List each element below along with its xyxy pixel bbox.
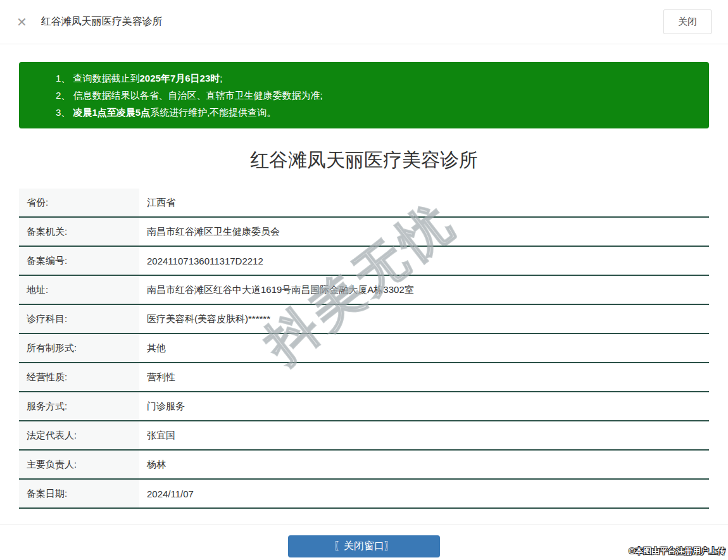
footer: 〖关闭窗口〗 (0, 525, 728, 557)
notice-text: 系统进行维护,不能提供查询。 (150, 107, 276, 118)
notice-bold-text: 2025年7月6日23时 (140, 73, 220, 84)
field-value: 20241107136011317D2212 (139, 247, 709, 275)
notice-line-2: 2、 信息数据结果以各省、自治区、直辖市卫生健康委数据为准; (56, 87, 696, 104)
notice-text: 3、 (56, 107, 73, 118)
notice-line-1: 1、 查询数据截止到2025年7月6日23时; (56, 70, 696, 87)
close-icon[interactable]: ✕ (16, 16, 27, 28)
copyright-watermark: ©本图由平台注册用户上传 (629, 545, 725, 557)
header-close-button[interactable]: 关闭 (663, 9, 712, 34)
field-label: 备案机关: (19, 218, 139, 246)
field-label: 诊疗科目: (19, 305, 139, 333)
table-row: 备案日期: 2024/11/07 (19, 480, 709, 509)
table-row: 省份: 江西省 (19, 189, 709, 218)
field-label: 备案编号: (19, 247, 139, 275)
page-title: 红谷滩凤天丽医疗美容诊所 (19, 147, 709, 173)
field-value: 南昌市红谷滩区卫生健康委员会 (139, 218, 709, 246)
table-row: 备案机关: 南昌市红谷滩区卫生健康委员会 (19, 218, 709, 247)
field-label: 备案日期: (19, 480, 139, 507)
field-value: 2024/11/07 (139, 480, 709, 507)
notice-bold-text: 凌晨1点至凌晨5点 (73, 107, 151, 118)
table-row: 经营性质: 营利性 (19, 363, 709, 392)
field-value: 南昌市红谷滩区红谷中大道1619号南昌国际金融大厦A栋3302室 (139, 276, 709, 304)
field-value: 江西省 (139, 189, 709, 216)
table-row: 备案编号: 20241107136011317D2212 (19, 247, 709, 276)
field-value: 医疗美容科(美容皮肤科)****** (139, 305, 709, 333)
field-label: 省份: (19, 189, 139, 216)
field-label: 地址: (19, 276, 139, 304)
field-value: 杨林 (139, 451, 709, 478)
field-label: 所有制形式: (19, 334, 139, 362)
field-label: 法定代表人: (19, 421, 139, 449)
field-value: 其他 (139, 334, 709, 362)
field-value: 营利性 (139, 363, 709, 391)
table-row: 所有制形式: 其他 (19, 334, 709, 363)
notice-text: 1、 查询数据截止到 (56, 73, 140, 84)
table-row: 地址: 南昌市红谷滩区红谷中大道1619号南昌国际金融大厦A栋3302室 (19, 276, 709, 305)
field-value: 张宜国 (139, 421, 709, 449)
notice-text: 2、 信息数据结果以各省、自治区、直辖市卫生健康委数据为准; (56, 90, 323, 101)
main-content: 1、 查询数据截止到2025年7月6日23时; 2、 信息数据结果以各省、自治区… (0, 62, 728, 509)
field-value: 门诊服务 (139, 392, 709, 420)
field-label: 主要负责人: (19, 451, 139, 478)
notice-line-3: 3、 凌晨1点至凌晨5点系统进行维护,不能提供查询。 (56, 104, 696, 121)
table-row: 主要负责人: 杨林 (19, 451, 709, 480)
table-row: 诊疗科目: 医疗美容科(美容皮肤科)****** (19, 305, 709, 334)
close-window-button[interactable]: 〖关闭窗口〗 (288, 535, 440, 557)
info-table: 省份: 江西省 备案机关: 南昌市红谷滩区卫生健康委员会 备案编号: 20241… (19, 189, 709, 509)
table-row: 法定代表人: 张宜国 (19, 421, 709, 451)
window-title: 红谷滩凤天丽医疗美容诊所 (41, 15, 163, 28)
field-label: 经营性质: (19, 363, 139, 391)
field-label: 服务方式: (19, 392, 139, 420)
notice-box: 1、 查询数据截止到2025年7月6日23时; 2、 信息数据结果以各省、自治区… (19, 62, 709, 128)
notice-text: ; (220, 73, 222, 84)
table-row: 服务方式: 门诊服务 (19, 392, 709, 421)
window-header: ✕ 红谷滩凤天丽医疗美容诊所 关闭 (0, 0, 728, 44)
